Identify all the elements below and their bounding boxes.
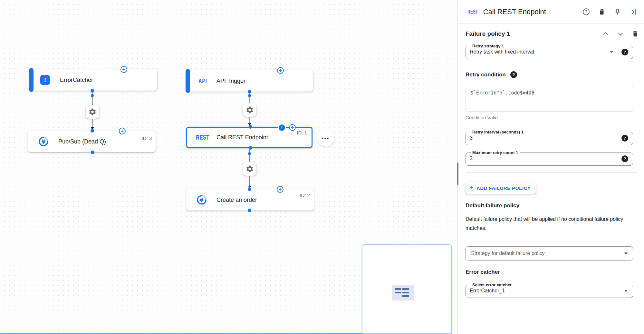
retry-condition-section: Retry condition ? xyxy=(466,71,638,78)
max-retry-count-field[interactable]: Maximum retry count 1 3 ? xyxy=(466,150,633,166)
add-task-button[interactable]: + xyxy=(277,67,284,74)
panel-header: REST Call REST Endpoint ? xyxy=(458,0,644,24)
edge-dot[interactable] xyxy=(91,94,94,97)
api-logo: API xyxy=(194,77,211,85)
integration-designer: ! ErrorCatcher + API API Trigger + Pub/S… xyxy=(0,0,644,334)
help-icon[interactable]: ? xyxy=(621,135,628,142)
node-error-catcher[interactable]: ! ErrorCatcher + xyxy=(30,69,157,91)
retry-strategy-label: Retry strategy 1 xyxy=(471,44,505,48)
max-retry-count-value[interactable]: 3 xyxy=(470,156,621,162)
canvas-minimap[interactable] xyxy=(362,244,452,334)
panel-scrollbar[interactable] xyxy=(457,162,458,185)
select-error-catcher-field[interactable]: Select error catcher ErrorCatcher_1 xyxy=(466,282,633,298)
help-icon[interactable]: ? xyxy=(583,8,590,15)
gear-icon xyxy=(245,106,254,114)
dropdown-caret-icon[interactable] xyxy=(624,290,628,292)
connector-icon xyxy=(197,195,207,205)
condition-status-text: Condition Valid xyxy=(466,115,638,120)
port-apitrigger-out[interactable] xyxy=(248,90,251,93)
select-error-catcher-label: Select error catcher xyxy=(471,282,513,287)
error-catcher-value: ErrorCatcher_1 xyxy=(470,288,624,294)
default-strategy-select[interactable]: Strategy for default failure policy xyxy=(466,246,633,260)
dropdown-caret-icon[interactable] xyxy=(624,252,628,255)
default-failure-policy-title: Default failure policy xyxy=(466,202,638,209)
retry-interval-value[interactable]: 3 xyxy=(470,135,621,141)
task-config-panel: REST Call REST Endpoint ? Failure policy… xyxy=(457,0,644,334)
port-pubsub-out[interactable] xyxy=(91,151,94,154)
node-label: Call REST Endpoint xyxy=(216,134,268,141)
node-label: ErrorCatcher xyxy=(60,77,93,84)
help-icon[interactable]: ? xyxy=(510,71,517,78)
move-up-icon[interactable] xyxy=(602,30,609,37)
edge-config-gear-button[interactable] xyxy=(243,103,256,117)
error-catcher-icon: ! xyxy=(40,75,50,85)
node-id-label: ID: 1 xyxy=(297,130,307,135)
edge-config-gear-button[interactable] xyxy=(86,105,99,119)
add-failure-policy-button[interactable]: + ADD FAILURE POLICY xyxy=(466,182,536,194)
port-createorder-out[interactable] xyxy=(248,209,251,212)
retry-strategy-select[interactable]: Retry strategy 1 Retry task with fixed i… xyxy=(466,44,633,59)
node-label: API Trigger xyxy=(216,78,245,84)
collapse-panel-icon[interactable] xyxy=(630,8,637,15)
add-task-button[interactable]: + xyxy=(119,128,126,134)
help-icon[interactable]: ? xyxy=(621,155,628,162)
node-create-an-order[interactable]: Create an order ID: 2 + xyxy=(186,189,314,211)
retry-strategy-value: Retry task with fixed interval xyxy=(470,49,610,55)
retry-condition-input[interactable]: $`ErrorInfo`.code$=408 xyxy=(466,86,633,112)
add-task-button[interactable]: + xyxy=(289,124,296,131)
node-label: Pub/Sub (Dead Q) xyxy=(58,138,106,145)
error-catcher-title: Error catcher xyxy=(466,269,638,275)
panel-title: Call REST Endpoint xyxy=(483,8,583,16)
node-pubsub-dead-q[interactable]: Pub/Sub (Dead Q) ID: 3 + xyxy=(28,131,156,152)
node-label: Create an order xyxy=(216,197,257,203)
edge-dot[interactable] xyxy=(248,94,251,97)
max-retry-count-label: Maximum retry count 1 xyxy=(471,150,520,155)
help-icon[interactable]: ? xyxy=(621,49,628,55)
gear-icon xyxy=(88,108,97,116)
edge-dot[interactable] xyxy=(248,152,251,155)
retry-interval-label: Retry interval (seconds) 1 xyxy=(471,130,525,134)
section-divider xyxy=(466,172,638,173)
dropdown-caret-icon[interactable] xyxy=(610,51,613,53)
rest-badge: REST xyxy=(467,9,478,15)
default-failure-policy-description: Default failure policy that will be appl… xyxy=(466,215,635,233)
port-errorcatcher-out[interactable] xyxy=(91,89,94,93)
node-api-trigger[interactable]: API API Trigger + xyxy=(186,70,313,92)
retry-interval-field[interactable]: Retry interval (seconds) 1 3 ? xyxy=(466,130,633,145)
retry-condition-label: Retry condition xyxy=(466,72,506,78)
port-rest-in[interactable] xyxy=(249,125,252,129)
node-id-label: ID: 2 xyxy=(300,192,310,198)
add-task-button[interactable]: + xyxy=(120,66,127,73)
minimap-node-icon xyxy=(392,285,414,300)
plus-icon: + xyxy=(469,184,473,192)
failure-policy-badge[interactable]: ! xyxy=(278,124,286,132)
move-down-icon[interactable] xyxy=(617,30,624,37)
add-task-button[interactable]: + xyxy=(277,186,284,193)
port-pubsub-in[interactable] xyxy=(91,129,94,133)
pin-icon[interactable] xyxy=(614,8,621,15)
gear-icon xyxy=(245,165,254,173)
connector-icon xyxy=(38,136,49,147)
node-id-label: ID: 3 xyxy=(141,135,152,141)
port-rest-out[interactable] xyxy=(249,146,252,150)
failure-policy-title: Failure policy 1 xyxy=(466,30,602,37)
section-divider xyxy=(466,309,638,309)
default-strategy-placeholder: Strategy for default failure policy xyxy=(471,251,624,256)
edge-config-gear-button[interactable] xyxy=(243,162,256,176)
workflow-canvas[interactable]: ! ErrorCatcher + API API Trigger + Pub/S… xyxy=(0,0,457,334)
port-createorder-in[interactable] xyxy=(248,187,251,191)
node-call-rest-endpoint[interactable]: REST Call REST Endpoint ID: 1 ! + xyxy=(186,127,312,148)
delete-policy-icon[interactable] xyxy=(632,30,639,37)
node-more-options-button[interactable]: ••• xyxy=(317,129,334,147)
add-failure-policy-label: ADD FAILURE POLICY xyxy=(476,185,531,191)
rest-logo: REST xyxy=(194,134,211,141)
delete-task-icon[interactable] xyxy=(598,8,605,15)
failure-policy-header: Failure policy 1 xyxy=(466,30,638,37)
